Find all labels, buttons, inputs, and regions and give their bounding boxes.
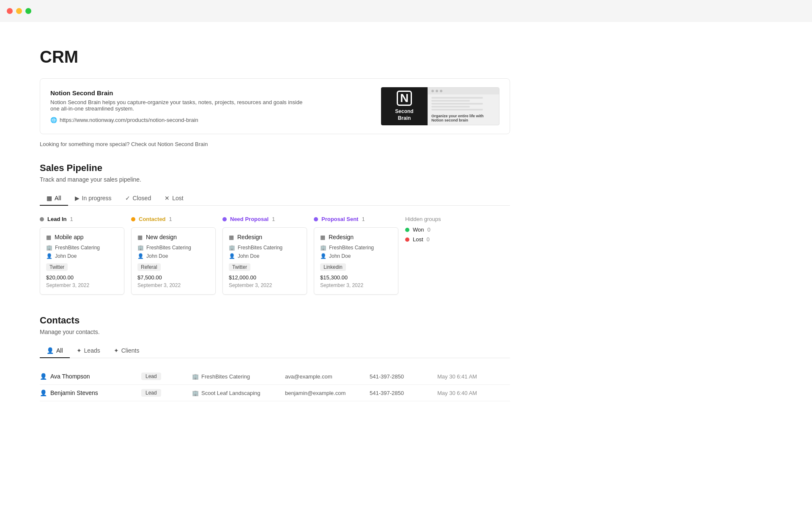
card-tag-ps0: Linkedin [320,263,346,271]
card-date-contacted-0: September 3, 2022 [137,282,209,288]
ss-dot-3 [440,90,442,92]
tab-in-progress[interactable]: ▶ In progress [68,191,118,206]
hg-count-lost: 0 [427,236,430,243]
kanban-card-proposal-sent-0[interactable]: ▦ Redesign 🏢 FreshBites Catering 👤 John … [314,227,398,295]
contact-date-0: May 30 6:41 AM [437,373,477,380]
contact-date-1: May 30 6:40 AM [437,390,477,396]
card-company-ps0: 🏢 FreshBites Catering [320,245,392,251]
card-company-name-ps0: FreshBites Catering [329,245,374,251]
card-person-name-np0: John Doe [238,253,259,259]
contact-name-text-0: Ava Thompson [50,373,90,380]
card-person-icon-np0: 👤 [229,253,235,259]
card-person-icon-ps0: 👤 [320,253,326,259]
contact-person-icon-1: 👤 [40,389,47,396]
card-person-name-c0: John Doe [146,253,168,259]
ss-line-3 [431,103,483,105]
hg-dot-lost [405,237,409,242]
card-date-np0: September 3, 2022 [229,282,301,288]
hidden-group-lost: Lost 0 [405,236,481,243]
globe-icon: 🌐 [50,117,57,123]
stage-dot-contacted [131,217,135,221]
promo-title: Notion Second Brain [50,89,381,97]
contacts-title: Contacts [40,315,510,326]
promo-description: Notion Second Brain helps you capture-or… [50,99,304,112]
tab-in-progress-label: In progress [82,195,112,202]
card-person-ps0: 👤 John Doe [320,253,392,259]
card-company-name-0: FreshBites Catering [55,245,100,251]
col-header-proposal-sent: Proposal Sent 1 [314,216,398,222]
card-amount-ps0: $15,300.00 [320,274,392,281]
card-company-lead-in-0: 🏢 FreshBites Catering [46,245,118,251]
contacts-section: Contacts Manage your contacts. 👤 All ✦ L… [40,315,510,401]
card-tag-contacted-0: Referal [137,263,161,271]
card-title-ps0: Redesign [329,234,354,240]
card-icon-contacted-0: ▦ [137,234,143,240]
contacts-tab-leads-label: Leads [84,347,100,354]
hg-dot-won [405,228,409,232]
card-company-np0: 🏢 FreshBites Catering [229,245,301,251]
promo-right: N SecondBrain Organize your entire life … [381,87,499,125]
contacts-tab-clients[interactable]: ✦ Clients [107,344,146,358]
card-name-lead-in-0: ▦ Mobile app [46,234,118,240]
stage-label-lead-in: Lead In [47,216,67,222]
contact-company-name-1: Scoot Leaf Landscaping [201,390,261,396]
ss-dot-1 [431,90,434,92]
contact-name-text-1: Benjamin Stevens [50,389,98,396]
tab-closed[interactable]: ✓ Closed [118,191,158,206]
contact-phone-0: 541-397-2850 [370,373,437,380]
card-amount-np0: $12,000.00 [229,274,301,281]
contact-badge-label-1: Lead [141,389,161,397]
promo-logo-text: SecondBrain [395,108,413,121]
promo-logo-box: N SecondBrain [381,87,428,125]
kanban-card-contacted-0[interactable]: ▦ New design 🏢 FreshBites Catering 👤 Joh… [131,227,216,295]
kanban-col-need-proposal: Need Proposal 1 ▦ Redesign 🏢 FreshBites … [222,216,307,295]
kanban-card-need-proposal-0[interactable]: ▦ Redesign 🏢 FreshBites Catering 👤 John … [222,227,307,295]
contact-name-1: 👤 Benjamin Stevens [40,389,141,396]
card-icon-ps0: ▦ [320,234,325,240]
minimize-button[interactable] [16,8,22,14]
tab-lost[interactable]: ✕ Lost [158,191,190,206]
contacts-desc: Manage your contacts. [40,329,510,335]
tab-closed-label: Closed [133,195,151,202]
col-header-contacted: Contacted 1 [131,216,216,222]
contact-badge-1: Lead [141,389,192,397]
close-button[interactable] [7,8,13,14]
main-content: CRM Notion Second Brain Notion Second Br… [0,22,550,444]
card-title-contacted-0: New design [146,234,177,240]
kanban-card-lead-in-0[interactable]: ▦ Mobile app 🏢 FreshBites Catering 👤 Joh… [40,227,124,295]
maximize-button[interactable] [25,8,31,14]
stage-dot-proposal-sent [314,217,318,221]
ss-dot-2 [436,90,438,92]
contact-row-0[interactable]: 👤 Ava Thompson Lead 🏢 FreshBites Caterin… [40,368,510,385]
card-person-contacted-0: 👤 John Doe [137,253,209,259]
card-person-icon-c0: 👤 [137,253,144,259]
stage-count-proposal-sent: 1 [362,216,365,222]
tab-all[interactable]: ▦ All [40,191,68,206]
card-person-np0: 👤 John Doe [229,253,301,259]
promo-logo-n: N [397,91,412,106]
tab-lost-label: Lost [172,195,183,202]
contact-badge-label-0: Lead [141,373,161,380]
contact-badge-0: Lead [141,373,192,380]
ss-line-5 [431,109,483,110]
promo-screenshot-body: Organize your entire life with Notion se… [428,94,499,125]
card-name-ps0: ▦ Redesign [320,234,392,240]
contacts-tab-leads[interactable]: ✦ Leads [70,344,107,358]
promo-link[interactable]: 🌐 https://www.notionway.com/products/not… [50,117,381,123]
card-company-name-c0: FreshBites Catering [146,245,191,251]
promo-footnote: Looking for something more special? Chec… [40,141,510,147]
card-company-contacted-0: 🏢 FreshBites Catering [137,245,209,251]
card-person-lead-in-0: 👤 John Doe [46,253,118,259]
tab-all-label: All [55,195,61,202]
promo-card: Notion Second Brain Notion Second Brain … [40,78,510,134]
card-company-name-np0: FreshBites Catering [238,245,283,251]
contact-row-1[interactable]: 👤 Benjamin Stevens Lead 🏢 Scoot Leaf Lan… [40,385,510,401]
card-date-lead-in-0: September 3, 2022 [46,282,118,288]
sales-pipeline-title: Sales Pipeline [40,163,510,174]
contact-company-name-0: FreshBites Catering [201,373,250,380]
contacts-tab-clients-icon: ✦ [114,347,119,354]
stage-count-lead-in: 1 [70,216,73,222]
contacts-tab-all[interactable]: 👤 All [40,344,70,358]
ss-line-1 [431,97,483,99]
page-title: CRM [40,47,510,66]
